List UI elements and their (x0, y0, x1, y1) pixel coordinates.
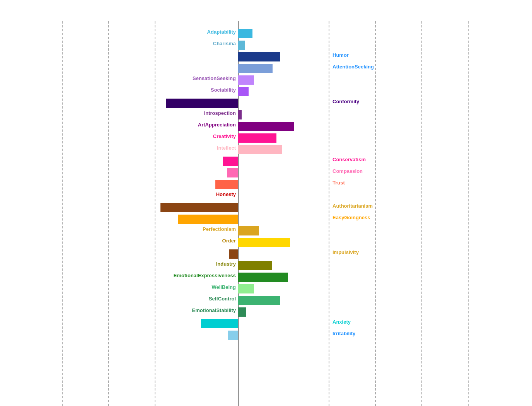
emotional-stability-label: EmotionalStability (192, 307, 236, 313)
bar-row12 (227, 168, 238, 177)
honesty-label: Honesty (216, 191, 236, 197)
chart-container: AdaptabilityCharismaSensationSeekingSoci… (0, 0, 532, 406)
creativity-bar (238, 133, 276, 143)
wellbeing-label: WellBeing (211, 284, 236, 290)
selfcontrol-bar (238, 296, 280, 305)
dashed-line (375, 21, 376, 406)
sociability-label: Sociability (211, 87, 236, 93)
bar-row25 (201, 319, 238, 328)
emotional-stability-bar (238, 307, 246, 317)
anxiety-right-label: Anxiety (332, 319, 351, 325)
perfectionism-label: Perfectionism (203, 226, 236, 232)
sensation-seeking-label: SensationSeeking (193, 75, 236, 81)
chart-title (0, 0, 532, 7)
authoritarianism-right-label: Authoritarianism (332, 203, 373, 209)
conservatism-right-label: Conservatism (332, 157, 366, 162)
selfcontrol-label: SelfControl (209, 296, 236, 302)
introspection-bar (238, 110, 242, 119)
conformity-right-label: Conformity (332, 99, 359, 104)
introspection-label: Introspection (204, 110, 236, 116)
intellect-label: Intellect (217, 145, 236, 151)
bar-row15 (160, 203, 238, 212)
adaptability-bar (238, 29, 252, 38)
charisma-label: Charisma (213, 41, 236, 46)
wellbeing-bar (238, 284, 254, 293)
order-label: Order (222, 238, 236, 244)
creativity-label: Creativity (213, 133, 236, 139)
emotional-exp-bar (238, 273, 288, 282)
dashed-line (329, 21, 329, 406)
art-appreciation-label: ArtAppreciation (198, 122, 236, 128)
bar-row2 (238, 52, 280, 61)
bar-row26 (228, 331, 238, 340)
humor-right-label: Humor (332, 52, 349, 58)
order-bar (238, 238, 290, 247)
bar-row19 (229, 249, 238, 259)
art-appreciation-bar (238, 122, 294, 131)
intellect-bar (238, 145, 282, 154)
bar-row13 (215, 180, 238, 189)
perfectionism-bar (238, 226, 259, 235)
emotional-exp-label: EmotionalExpressiveness (174, 273, 236, 278)
industry-bar (238, 261, 272, 270)
charisma-bar (238, 41, 245, 50)
industry-label: Industry (216, 261, 236, 267)
dashed-line (108, 21, 109, 406)
bar-row11 (223, 157, 238, 166)
dashed-line (155, 21, 155, 406)
attentionseeking-right-label: AttentionSeeking (332, 64, 374, 70)
sociability-bar (238, 87, 249, 96)
dashed-line (421, 21, 422, 406)
dashed-line (62, 21, 63, 406)
bar-row6 (166, 99, 238, 108)
chart-area: AdaptabilityCharismaSensationSeekingSoci… (0, 21, 532, 406)
impulsivity-right-label: Impulsivity (332, 249, 359, 255)
bar-row3 (238, 64, 273, 73)
bar-row16 (178, 215, 238, 224)
sensation-seeking-bar (238, 75, 254, 85)
adaptability-label: Adaptability (207, 29, 236, 35)
trust-right-label: Trust (332, 180, 345, 186)
compassion-right-label: Compassion (332, 168, 363, 174)
dashed-line (468, 21, 469, 406)
easygoingness-right-label: EasyGoingness (332, 215, 370, 220)
irritability-right-label: Irritability (332, 331, 355, 336)
